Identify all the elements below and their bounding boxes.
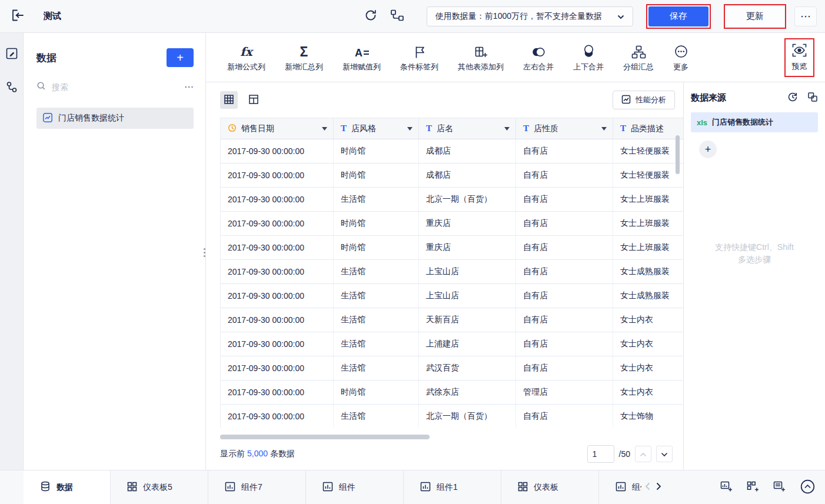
column-filter-caret[interactable] <box>601 127 607 131</box>
table-cell: 女士内衣 <box>613 332 683 356</box>
bottom-tab-3[interactable]: 组件 <box>306 470 404 504</box>
table-cell: 上宝山店 <box>419 284 516 308</box>
sidebar-item-dataset[interactable]: 门店销售数据统计 <box>36 108 194 129</box>
table-cell: 时尚馆 <box>334 236 419 259</box>
toolbar-more[interactable]: 更多 <box>673 43 688 72</box>
bottom-tab-2[interactable]: 组件7 <box>208 470 306 504</box>
page-up-button[interactable] <box>635 446 651 462</box>
dashboard-icon <box>127 482 137 493</box>
column-view-icon <box>248 94 259 106</box>
refresh-button[interactable] <box>364 9 377 24</box>
edit-steps-button[interactable] <box>5 47 18 62</box>
page-title: 测试 <box>44 11 61 22</box>
table-row: 2017-09-30 00:00:00生活馆上宝山店自有店女士成熟服装 <box>221 260 683 284</box>
database-icon <box>40 481 51 493</box>
toolbar-merge-lr[interactable]: 左右合并 <box>523 43 554 72</box>
bottom-tab-6[interactable]: 组件 <box>599 470 641 504</box>
table-cell: 时尚馆 <box>334 163 419 187</box>
table-row: 2017-09-30 00:00:00生活馆北京一期（百货）自有店女士上班服装 <box>221 188 683 212</box>
add-dataset-button[interactable]: + <box>167 48 194 67</box>
table-cell: 北京一期（百货） <box>419 405 516 428</box>
table-cell: 女士内衣 <box>613 380 683 404</box>
chevron-down-icon <box>661 450 668 459</box>
table-cell: 生活馆 <box>334 308 419 332</box>
toolbar-assign[interactable]: A新增赋值列 <box>342 43 381 72</box>
toolbar-group-summary[interactable]: 分组汇总 <box>623 43 654 72</box>
table-cell: 女士上班服装 <box>613 236 683 259</box>
column-header[interactable]: T店性质 <box>516 118 613 139</box>
table-cell: 女士成熟服装 <box>613 260 683 283</box>
page-total-label: /50 <box>619 449 630 459</box>
blend-flow-button[interactable] <box>5 81 18 95</box>
table-cell: 自有店 <box>516 284 613 308</box>
tabs-scroll-right-button[interactable] <box>656 482 661 492</box>
data-volume-select[interactable]: 使用数据量：前1000万行，暂不支持全量数据 <box>427 6 633 26</box>
column-header[interactable]: T品类描述 <box>613 118 683 139</box>
table-cell: 时尚馆 <box>334 139 419 163</box>
flow-button[interactable] <box>390 9 404 24</box>
save-button[interactable]: 保存 <box>648 6 708 26</box>
grid-view-toggle[interactable] <box>220 91 238 109</box>
add-dashboard-button[interactable] <box>747 481 759 494</box>
bottom-tab-5[interactable]: 仪表板 <box>501 470 599 504</box>
history-button[interactable] <box>787 92 798 104</box>
bottom-tab-0[interactable]: 数据 <box>24 470 111 504</box>
table-cell: 武徐东店 <box>419 380 516 404</box>
table-cell: 女士轻便服装 <box>613 163 683 187</box>
table-cell: 2017-09-30 00:00:00 <box>221 380 334 404</box>
bottom-tab-1[interactable]: 仪表板5 <box>111 470 208 504</box>
flow-branch-icon <box>390 9 404 24</box>
collapse-panel-button[interactable] <box>800 479 816 496</box>
toolbar-summary[interactable]: Σ新增汇总列 <box>285 43 323 72</box>
table-cell: 生活馆 <box>334 284 419 308</box>
app-window: 测试 使用数据量：前1000万行，暂不支持全量数据 保存 更新 ⋯ <box>0 0 825 504</box>
page-number-input[interactable] <box>587 445 614 463</box>
bottom-tab-bar: 数据仪表板5组件7组件组件1仪表板组件 <box>0 470 825 504</box>
column-header[interactable]: T店风格 <box>334 118 419 139</box>
search-options-button[interactable]: ⋯ <box>184 81 194 92</box>
update-button[interactable]: 更新 <box>726 6 784 26</box>
column-filter-caret[interactable] <box>322 127 327 131</box>
add-report-button[interactable] <box>773 481 786 494</box>
compare-button[interactable] <box>807 92 818 104</box>
toolbar-condition-tag[interactable]: 条件标签列 <box>400 43 438 72</box>
chevron-right-icon <box>656 482 661 492</box>
table-cell: 自有店 <box>516 356 613 380</box>
source-step-item[interactable]: xls 门店销售数据统计 <box>691 112 818 132</box>
toolbar-merge-tb[interactable]: 上下合并 <box>573 43 604 72</box>
table-cell: 成都店 <box>419 139 516 163</box>
shortcut-hint: 支持快捷键Ctrl、Shift 多选步骤 <box>687 241 821 266</box>
column-filter-caret[interactable] <box>407 127 412 131</box>
history-icon <box>787 92 798 104</box>
horizontal-scrollbar[interactable] <box>220 435 430 439</box>
toolbar-formula[interactable]: fx新增公式列 <box>227 43 265 72</box>
topbar-more-button[interactable]: ⋯ <box>794 6 817 26</box>
column-header[interactable]: 销售日期 <box>221 118 334 139</box>
table-cell: 生活馆 <box>334 260 419 283</box>
add-component-button[interactable] <box>720 481 733 494</box>
bottom-tab-4[interactable]: 组件1 <box>404 470 501 504</box>
column-view-toggle[interactable] <box>245 91 262 109</box>
data-table: 销售日期T店风格T店名T店性质T品类描述 2017-09-30 00:00:00… <box>220 118 683 428</box>
table-row: 2017-09-30 00:00:00生活馆上浦建店自有店女士内衣 <box>221 332 683 356</box>
exit-button[interactable] <box>11 8 25 24</box>
add-step-button[interactable]: + <box>699 141 717 158</box>
text-type-icon: T <box>341 124 347 133</box>
blend-flow-icon <box>5 81 18 95</box>
search-input[interactable] <box>52 82 178 92</box>
vertical-scrollbar[interactable] <box>676 135 680 174</box>
venn-lr-icon <box>531 43 546 59</box>
page-down-button[interactable] <box>656 446 673 462</box>
table-cell: 2017-09-30 00:00:00 <box>221 332 334 356</box>
tabs-scroll-left-button[interactable] <box>645 482 650 492</box>
sigma-icon: Σ <box>300 43 308 59</box>
column-filter-caret[interactable] <box>504 127 510 131</box>
toolbar-preview[interactable]: 预览 <box>784 38 814 77</box>
performance-analysis-button[interactable]: 性能分析 <box>613 91 675 109</box>
table-cell: 武汉百货 <box>419 356 516 380</box>
toolbar-other-table[interactable]: 其他表添加列 <box>458 43 504 72</box>
row-count-value: 5,000 <box>247 449 268 458</box>
column-header[interactable]: T店名 <box>419 118 516 139</box>
table-row: 2017-09-30 00:00:00时尚馆重庆店自有店女士上班服装 <box>221 236 683 260</box>
panel-resize-handle[interactable] <box>204 248 205 257</box>
